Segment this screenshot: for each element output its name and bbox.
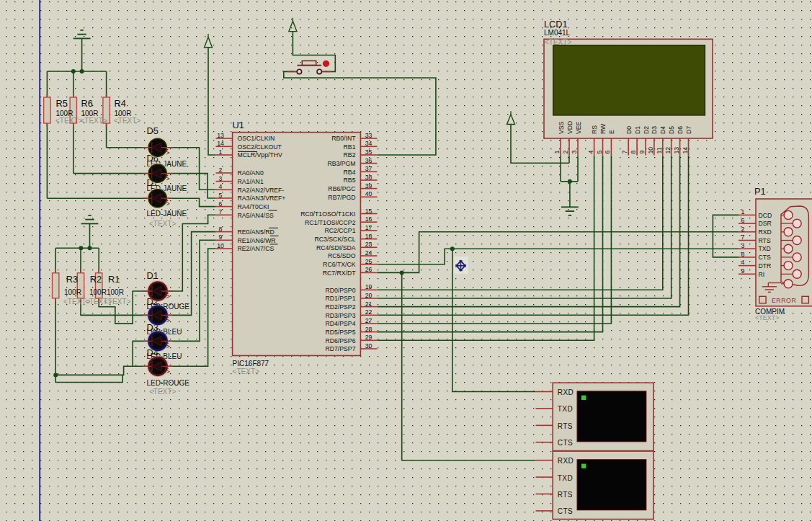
svg-text:15: 15 xyxy=(365,208,372,215)
svg-text:10: 10 xyxy=(647,147,654,154)
svg-text:23: 23 xyxy=(365,241,372,248)
svg-text:100R: 100R xyxy=(89,288,107,296)
svg-text:37: 37 xyxy=(365,165,372,172)
svg-text:28: 28 xyxy=(365,326,372,333)
svg-text:RTS: RTS xyxy=(558,422,573,430)
svg-text:1: 1 xyxy=(219,148,223,156)
svg-text:RI: RI xyxy=(759,271,765,278)
svg-text:RA5/AN4/SS: RA5/AN4/SS xyxy=(238,212,274,219)
svg-text:25: 25 xyxy=(365,258,372,265)
svg-text:TXD: TXD xyxy=(558,474,574,482)
svg-text:16: 16 xyxy=(365,215,372,223)
svg-text:CTS: CTS xyxy=(558,439,574,447)
svg-text:RB3/PGM: RB3/PGM xyxy=(327,160,355,167)
svg-text:8: 8 xyxy=(741,251,745,258)
svg-text:<TEXT>: <TEXT> xyxy=(149,388,176,396)
svg-text:R2: R2 xyxy=(90,274,102,285)
svg-text:RD0/PSP0: RD0/PSP0 xyxy=(325,287,355,294)
svg-text:7: 7 xyxy=(741,233,745,241)
svg-text:RD4/PSP4: RD4/PSP4 xyxy=(325,320,355,327)
svg-text:TXD: TXD xyxy=(759,245,771,252)
svg-text:100R: 100R xyxy=(64,288,81,296)
svg-text:19: 19 xyxy=(365,283,372,290)
svg-text:D3: D3 xyxy=(651,126,658,134)
svg-text:RA2/AN2/VREF-: RA2/AN2/VREF- xyxy=(238,187,285,194)
svg-text:CTS: CTS xyxy=(759,254,772,261)
svg-text:9: 9 xyxy=(219,233,223,241)
svg-text:RC3/SCK/SCL: RC3/SCK/SCL xyxy=(315,236,356,243)
svg-text:RB6/PGC: RB6/PGC xyxy=(328,185,355,192)
svg-text:RD2/PSP2: RD2/PSP2 xyxy=(325,303,355,311)
svg-text:PIC16F877: PIC16F877 xyxy=(233,360,269,368)
svg-text:RA0/AN0: RA0/AN0 xyxy=(238,169,264,177)
svg-text:36: 36 xyxy=(365,157,372,164)
svg-text:RW: RW xyxy=(599,123,607,134)
svg-text:13: 13 xyxy=(217,132,224,139)
svg-text:U1: U1 xyxy=(233,120,244,130)
svg-text:RA3/AN3/VREF+: RA3/AN3/VREF+ xyxy=(238,195,286,202)
svg-text:RC6/TX/CK: RC6/TX/CK xyxy=(323,261,356,268)
svg-text:20: 20 xyxy=(365,292,372,299)
svg-text:P1: P1 xyxy=(754,186,766,197)
svg-text:4: 4 xyxy=(741,259,745,266)
svg-text:OSC2/CLKOUT: OSC2/CLKOUT xyxy=(238,143,282,151)
svg-text:30: 30 xyxy=(365,342,372,349)
svg-text:VEE: VEE xyxy=(575,121,582,134)
svg-text:1: 1 xyxy=(553,151,561,154)
svg-text:RD6/PSP6: RD6/PSP6 xyxy=(325,337,355,344)
svg-text:<TEXT>: <TEXT> xyxy=(114,117,140,125)
svg-text:D5: D5 xyxy=(668,126,675,134)
svg-text:D0: D0 xyxy=(625,126,633,134)
svg-text:RC2/CCP1: RC2/CCP1 xyxy=(325,227,356,234)
svg-text:12: 12 xyxy=(664,147,672,154)
svg-text:<TEXT>: <TEXT> xyxy=(233,368,259,375)
svg-text:D1: D1 xyxy=(147,270,159,281)
svg-text:14: 14 xyxy=(682,147,689,154)
svg-text:DTR: DTR xyxy=(759,262,772,270)
svg-text:26: 26 xyxy=(365,266,372,273)
svg-text:RXD: RXD xyxy=(759,228,772,236)
svg-text:7: 7 xyxy=(621,151,628,154)
svg-text:DSR: DSR xyxy=(759,220,772,227)
svg-text:8: 8 xyxy=(630,151,637,154)
svg-text:D1: D1 xyxy=(634,126,641,134)
svg-text:RC5/SDO: RC5/SDO xyxy=(328,252,356,259)
svg-text:RD1/PSP1: RD1/PSP1 xyxy=(325,295,355,302)
svg-text:LED-ROUGE: LED-ROUGE xyxy=(147,379,190,387)
svg-text:TXD: TXD xyxy=(558,405,574,413)
svg-text:33: 33 xyxy=(365,132,372,139)
svg-text:24: 24 xyxy=(365,249,372,257)
svg-text:6: 6 xyxy=(604,151,611,154)
svg-text:14: 14 xyxy=(217,140,224,147)
svg-text:5: 5 xyxy=(596,151,603,154)
svg-text:OSC1/CLKIN: OSC1/CLKIN xyxy=(238,135,275,142)
svg-text:6: 6 xyxy=(741,217,745,224)
svg-text:RXD: RXD xyxy=(558,457,574,465)
svg-text:13: 13 xyxy=(673,147,680,154)
svg-text:R1: R1 xyxy=(108,274,120,285)
svg-text:7: 7 xyxy=(219,208,223,215)
svg-text:RE1/AN6/WR: RE1/AN6/WR xyxy=(238,237,276,244)
svg-text:9: 9 xyxy=(638,151,646,154)
svg-text:RB0/INT: RB0/INT xyxy=(331,135,356,142)
svg-text:<TEXT>: <TEXT> xyxy=(545,38,571,46)
svg-text:RB5: RB5 xyxy=(344,177,356,184)
svg-text:RB4: RB4 xyxy=(344,169,356,176)
svg-text:11: 11 xyxy=(656,147,663,153)
svg-text:VSS: VSS xyxy=(558,121,565,134)
svg-text:38: 38 xyxy=(365,174,372,181)
svg-text:LM041L: LM041L xyxy=(544,29,571,37)
svg-text:DCD: DCD xyxy=(759,212,772,219)
svg-text:R3: R3 xyxy=(66,274,78,285)
svg-text:RD7/PSP7: RD7/PSP7 xyxy=(325,345,355,352)
svg-text:R4: R4 xyxy=(115,98,126,109)
svg-text:17: 17 xyxy=(365,224,372,231)
svg-text:D6: D6 xyxy=(677,126,684,134)
svg-text:<TEXT>: <TEXT> xyxy=(81,117,107,125)
svg-text:D4: D4 xyxy=(659,126,666,134)
svg-text:MCLR/Vpp/THV: MCLR/Vpp/THV xyxy=(238,151,282,159)
svg-text:RA1/AN1: RA1/AN1 xyxy=(238,178,264,185)
svg-text:2: 2 xyxy=(562,151,569,154)
svg-text:ERROR: ERROR xyxy=(772,297,796,304)
svg-text:RTS: RTS xyxy=(558,491,573,499)
